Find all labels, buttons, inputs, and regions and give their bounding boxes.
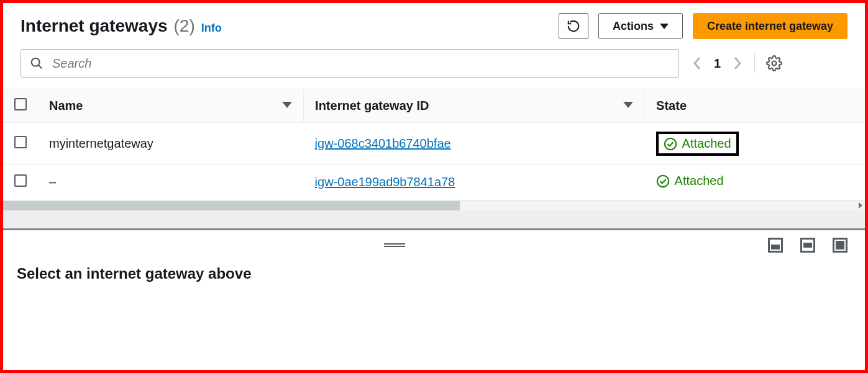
page-title-wrap: Internet gateways (2) Info	[21, 16, 549, 36]
scroll-right-arrow-icon	[859, 202, 862, 209]
sort-icon	[282, 103, 292, 109]
resource-count: (2)	[174, 16, 195, 36]
gear-icon[interactable]	[766, 55, 782, 71]
row-checkbox[interactable]	[14, 136, 27, 148]
table-row[interactable]: myinternetgateway igw-068c3401b6740bfae …	[3, 123, 865, 165]
table-row[interactable]: – igw-0ae199ad9b7841a78 Attached	[3, 165, 865, 200]
actions-label: Actions	[613, 20, 654, 33]
checkbox-icon	[14, 98, 27, 110]
actions-button[interactable]: Actions	[598, 13, 683, 39]
state-badge: Attached	[664, 137, 731, 151]
column-igw-id-label: Internet gateway ID	[315, 99, 429, 113]
divider	[754, 53, 755, 73]
scrollbar-track	[460, 201, 865, 210]
page-title: Internet gateways	[21, 16, 168, 36]
refresh-button[interactable]	[559, 13, 588, 39]
internet-gateways-table: Name Internet gateway ID State	[3, 89, 865, 200]
prev-page-icon[interactable]	[692, 55, 703, 71]
layout-bottom-icon[interactable]	[768, 238, 783, 253]
search-icon	[30, 56, 43, 70]
column-name-label: Name	[49, 99, 83, 113]
panel-divider	[3, 210, 865, 230]
igw-id-link[interactable]: igw-0ae199ad9b7841a78	[315, 175, 455, 189]
search-box[interactable]	[21, 49, 679, 78]
svg-point-0	[32, 58, 40, 66]
search-input[interactable]	[51, 56, 670, 71]
refresh-icon	[567, 19, 580, 33]
column-state[interactable]: State	[645, 89, 865, 123]
horizontal-scrollbar[interactable]	[3, 200, 865, 210]
highlight-box: Attached	[656, 132, 739, 156]
cell-name: –	[38, 165, 304, 200]
igw-id-link[interactable]: igw-068c3401b6740bfae	[315, 137, 451, 150]
info-link[interactable]: Info	[201, 22, 222, 35]
layout-full-icon[interactable]	[833, 238, 847, 253]
svg-point-3	[664, 138, 675, 149]
grip-icon	[384, 243, 405, 247]
cell-name: myinternetgateway	[38, 123, 304, 165]
sort-icon	[623, 103, 633, 109]
scrollbar-thumb[interactable]	[3, 201, 460, 210]
state-badge: Attached	[656, 174, 724, 188]
state-text: Attached	[675, 174, 724, 188]
page-number: 1	[714, 56, 721, 71]
svg-point-4	[657, 175, 668, 186]
create-internet-gateway-button[interactable]: Create internet gateway	[693, 13, 847, 39]
select-all-header[interactable]	[3, 89, 38, 123]
caret-down-icon	[660, 24, 669, 29]
empty-detail-message: Select an internet gateway above	[3, 260, 865, 287]
next-page-icon[interactable]	[732, 55, 743, 71]
create-label: Create internet gateway	[707, 20, 833, 33]
svg-line-1	[39, 65, 42, 69]
layout-middle-icon[interactable]	[800, 238, 815, 253]
svg-point-2	[772, 61, 777, 66]
check-circle-icon	[664, 137, 677, 151]
column-state-label: State	[656, 99, 687, 113]
check-circle-icon	[656, 174, 670, 188]
column-igw-id[interactable]: Internet gateway ID	[304, 89, 645, 123]
state-text: Attached	[682, 137, 731, 151]
resize-grip[interactable]	[21, 243, 768, 247]
column-name[interactable]: Name	[38, 89, 304, 123]
row-checkbox[interactable]	[14, 174, 27, 187]
